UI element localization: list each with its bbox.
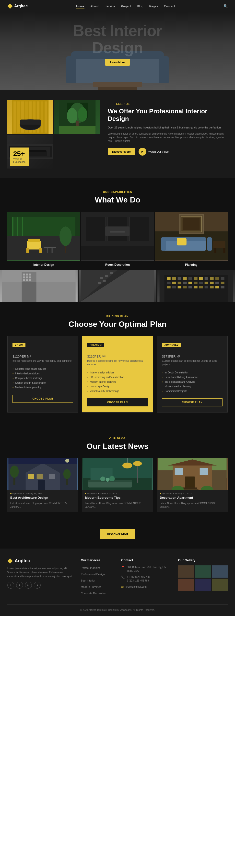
svg-rect-82 [105, 275, 108, 277]
svg-rect-110 [167, 286, 171, 288]
svg-rect-11 [20, 120, 41, 125]
discover-more-button[interactable]: Discover Mort [100, 529, 136, 539]
gallery-thumb-2[interactable] [195, 565, 211, 578]
footer-logo: Arqitec [7, 558, 74, 564]
capability-room-decoration[interactable]: Room Decoration [81, 212, 154, 269]
arch-image-2 [79, 270, 156, 302]
feature-item: Commercial Projects [162, 389, 223, 394]
capability-planning[interactable]: Planning [155, 212, 228, 269]
footer-service-2[interactable]: Professional Design [81, 573, 105, 576]
svg-rect-9 [45, 101, 47, 132]
about-image-1 [7, 100, 53, 134]
plan-desc-basic: Interior represents the way to feel happ… [12, 359, 73, 363]
footer-service-1[interactable]: Perfect Planning [81, 566, 101, 569]
blog-grid: wpoceans • January 31, 2014 Best Archite… [7, 458, 228, 512]
svg-rect-89 [172, 277, 176, 280]
svg-rect-92 [188, 277, 192, 280]
footer-about-col: Arqitec Lorem ipsum dolor sit amet, cons… [7, 558, 74, 597]
svg-rect-155 [182, 488, 197, 489]
svg-point-15 [67, 108, 77, 124]
plan-features-premium: Interior design advices 3D Rendering and… [87, 370, 148, 394]
svg-rect-104 [193, 282, 197, 284]
years-badge: 25+ Years ofExperience [10, 148, 29, 166]
svg-rect-37 [40, 248, 42, 253]
footer-logo-icon [7, 558, 13, 564]
contact-email: ✉ arqitec@gmail.com [121, 585, 171, 589]
about-buttons: Discover More ▶ Watch Our Video [108, 148, 228, 156]
svg-rect-60 [161, 238, 166, 251]
feature-item: Bid Solicitation and Analysis [162, 379, 223, 384]
blog-image-1 [7, 458, 78, 490]
about-images: 25+ Years ofExperience [7, 100, 100, 168]
blog-post-3[interactable]: wpoceans • January 31, 2014 Decoration A… [157, 458, 228, 512]
svg-rect-109 [220, 282, 224, 284]
svg-rect-114 [188, 286, 192, 288]
svg-rect-103 [188, 282, 192, 284]
svg-point-129 [10, 466, 19, 478]
nav-home[interactable]: Home [76, 5, 84, 9]
discover-more-button[interactable]: Discover More [108, 148, 135, 155]
contact-phone: 📞 + 8 (123) 23 466 788 • 9 (123) 123 456… [121, 575, 171, 583]
linkedin-icon[interactable]: li [34, 582, 41, 589]
email-icon: ✉ [121, 585, 124, 589]
footer-service-4[interactable]: Modern Furniture [81, 585, 101, 588]
pricing-card-premium: PREMIUM $210PER M² Here is a sample pric… [82, 336, 153, 412]
instagram-icon[interactable]: in [25, 582, 32, 589]
gallery-thumb-6[interactable] [212, 579, 228, 591]
capability-label-3: Planning [155, 260, 228, 269]
watch-video-button[interactable]: ▶ Watch Our Video [138, 148, 169, 156]
blog-post-2[interactable]: wpoceans • January 31, 2014 Modern Bedro… [82, 458, 153, 512]
hero-cta-button[interactable]: Learn More [105, 59, 130, 66]
plan-features-advanced: In-Depth Consultation Permit and Bidding… [162, 370, 223, 394]
gallery-thumb-5[interactable] [195, 579, 211, 591]
search-icon[interactable]: 🔍 [224, 4, 228, 8]
about-section: 25+ Years ofExperience About Us We Offer… [0, 90, 235, 178]
nav-contact[interactable]: Contact [164, 5, 175, 8]
blog-post-excerpt-3: Latest News Home Blog wpoceans COMMENTS … [157, 501, 228, 512]
footer-logo-text: Arqitec [15, 558, 30, 563]
footer-service-5[interactable]: Complete Decoration [81, 592, 106, 595]
blog-post-1[interactable]: wpoceans • January 31, 2014 Best Archite… [7, 458, 78, 512]
svg-rect-101 [178, 282, 181, 284]
facebook-icon[interactable]: f [7, 582, 14, 589]
meta-dot [10, 493, 11, 494]
nav-service[interactable]: Service [105, 5, 115, 8]
footer-service-3[interactable]: Best Interior [81, 579, 95, 582]
feature-item: In-Depth Consultation [162, 370, 223, 375]
footer-services-title: Our Services [81, 558, 114, 562]
choose-plan-premium-button[interactable]: CHOOSE PLAN [87, 398, 148, 406]
gallery-thumb-4[interactable] [178, 579, 194, 591]
nav-about[interactable]: About [90, 5, 99, 8]
gallery-thumb-3[interactable] [212, 565, 228, 578]
feature-item: Kitchen design & Decoration [12, 380, 73, 385]
svg-point-16 [78, 107, 87, 122]
svg-point-138 [122, 463, 132, 468]
arch-image-1 [0, 270, 78, 302]
twitter-icon[interactable]: t [16, 582, 23, 589]
svg-point-41 [59, 226, 72, 246]
blog-meta-3: wpoceans • January 31, 2014 [157, 490, 228, 496]
svg-rect-39 [47, 248, 48, 253]
gallery-thumb-1[interactable] [178, 565, 194, 578]
choose-plan-basic-button[interactable]: CHOOSE PLAN [12, 395, 73, 403]
svg-rect-50 [110, 231, 125, 232]
svg-point-133 [66, 459, 69, 463]
phone-icon: 📞 [121, 576, 125, 579]
address-text: 680, Belson Town 2365 Friz city, LIV 383… [127, 565, 171, 573]
footer-grid: Arqitec Lorem ipsum dolor sit amet, cons… [7, 558, 228, 605]
arch-image-3 [157, 270, 235, 302]
logo[interactable]: Arqitec [7, 3, 28, 9]
nav-project[interactable]: Project [121, 5, 131, 8]
capability-interior-design[interactable]: Interior Design [7, 212, 80, 269]
plan-features-basic: General living space advices Interior de… [12, 367, 73, 390]
svg-rect-61 [207, 238, 212, 251]
choose-plan-advanced-button[interactable]: CHOOSE PLAN [162, 398, 223, 406]
svg-rect-96 [210, 277, 213, 280]
nav-blog[interactable]: Blog [137, 5, 143, 8]
svg-rect-127 [49, 474, 55, 479]
about-image-2 [54, 100, 100, 134]
svg-rect-152 [175, 468, 183, 475]
blog-post-title-2: Modern Bedrooms Tips [82, 496, 153, 501]
nav-pages[interactable]: Pages [149, 5, 158, 8]
svg-rect-154 [181, 489, 198, 490]
